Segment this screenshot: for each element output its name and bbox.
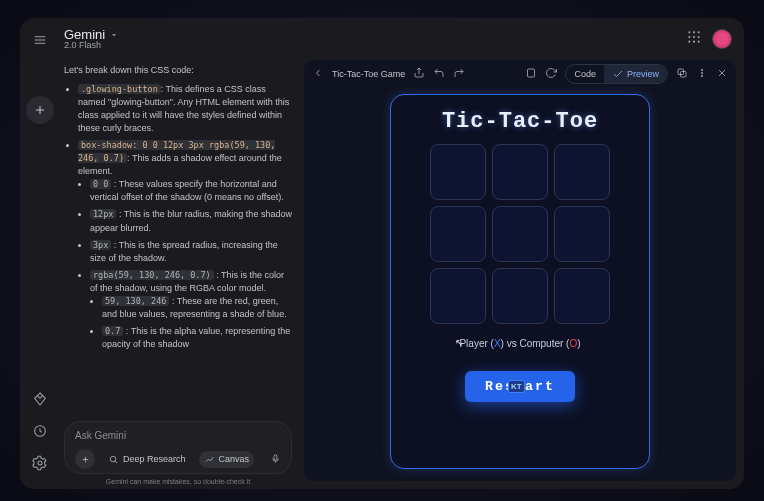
canvas-toolbar: Tic-Tac-Toe Game Code Preview <box>304 60 736 88</box>
history-icon[interactable] <box>32 423 48 443</box>
svg-rect-20 <box>274 455 277 460</box>
svg-rect-23 <box>528 69 535 77</box>
game-title: Tic-Tac-Toe <box>442 109 598 134</box>
main-area: Gemini 2.0 Flash Let's break down this C… <box>60 18 744 489</box>
svg-point-26 <box>701 69 703 71</box>
game-card: Tic-Tac-Toe <box>390 94 650 469</box>
svg-point-11 <box>693 36 695 38</box>
settings-icon[interactable] <box>32 455 48 475</box>
undo-icon[interactable] <box>433 67 445 81</box>
more-icon[interactable] <box>696 67 708 81</box>
app-frame: Gemini 2.0 Flash Let's break down this C… <box>20 18 744 489</box>
chat-pane: Let's break down this CSS code: .glowing… <box>60 60 300 489</box>
cell-0[interactable] <box>430 144 486 200</box>
apps-icon[interactable] <box>686 29 702 49</box>
composer[interactable]: Ask Gemini Deep Research Canvas <box>64 421 292 474</box>
restart-button[interactable]: Restart KT <box>465 371 575 402</box>
cell-2[interactable] <box>554 144 610 200</box>
chevron-down-icon <box>109 30 119 40</box>
svg-point-14 <box>693 41 695 43</box>
left-rail <box>20 18 60 489</box>
svg-point-7 <box>688 31 690 33</box>
mic-icon[interactable] <box>270 450 281 468</box>
cell-3[interactable] <box>430 206 486 262</box>
svg-point-12 <box>698 36 700 38</box>
avatar[interactable] <box>712 29 732 49</box>
disclaimer: Gemini can make mistakes, so double-chec… <box>64 478 292 485</box>
close-icon[interactable] <box>716 67 728 81</box>
brand-block[interactable]: Gemini 2.0 Flash <box>64 28 119 50</box>
top-bar: Gemini 2.0 Flash <box>60 18 744 60</box>
menu-icon[interactable] <box>32 32 48 52</box>
refresh-icon[interactable] <box>545 67 557 81</box>
svg-point-9 <box>698 31 700 33</box>
attach-button[interactable] <box>75 449 95 469</box>
svg-point-27 <box>701 72 703 74</box>
svg-point-6 <box>38 461 42 465</box>
share-icon[interactable] <box>413 67 425 81</box>
svg-point-15 <box>698 41 700 43</box>
cell-5[interactable] <box>554 206 610 262</box>
canvas-body: Tic-Tac-Toe <box>304 88 736 481</box>
svg-point-13 <box>688 41 690 43</box>
device-icon[interactable] <box>525 67 537 81</box>
cell-6[interactable] <box>430 268 486 324</box>
gem-icon[interactable] <box>32 391 48 411</box>
copy-icon[interactable] <box>676 67 688 81</box>
svg-point-10 <box>688 36 690 38</box>
game-status: Player (X) vs Computer (O) <box>459 338 580 349</box>
view-toggle: Code Preview <box>565 64 668 84</box>
game-board <box>430 144 610 324</box>
svg-point-8 <box>693 31 695 33</box>
canvas-title: Tic-Tac-Toe Game <box>332 69 405 79</box>
composer-input[interactable]: Ask Gemini <box>75 430 281 441</box>
canvas-pane: Tic-Tac-Toe Game Code Preview <box>304 60 736 481</box>
new-chat-button[interactable] <box>26 96 54 124</box>
svg-line-19 <box>115 460 117 462</box>
cell-4[interactable] <box>492 206 548 262</box>
cell-1[interactable] <box>492 144 548 200</box>
preview-tab[interactable]: Preview <box>604 65 667 83</box>
collapse-icon[interactable] <box>312 67 324 81</box>
cell-8[interactable] <box>554 268 610 324</box>
cell-7[interactable] <box>492 268 548 324</box>
redo-icon[interactable] <box>453 67 465 81</box>
code-tab[interactable]: Code <box>566 65 604 83</box>
svg-point-28 <box>701 75 703 77</box>
model-label: 2.0 Flash <box>64 41 119 50</box>
canvas-button[interactable]: Canvas <box>199 451 255 468</box>
response-text: Let's break down this CSS code: .glowing… <box>64 64 292 415</box>
kt-badge: KT <box>508 380 525 393</box>
deep-research-button[interactable]: Deep Research <box>103 451 191 468</box>
